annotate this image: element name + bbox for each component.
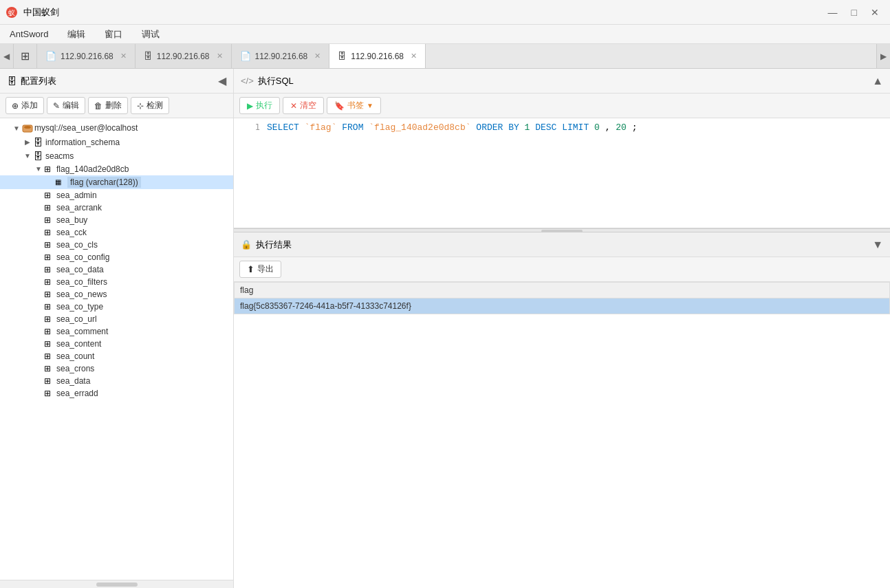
tree-sea-erradd-icon: ⊞ xyxy=(44,389,56,398)
tree-flag-col[interactable]: ▦ flag (varchar(128)) xyxy=(0,175,233,189)
results-lock-icon: 🔒 xyxy=(241,239,252,250)
edit-label: 编辑 xyxy=(63,100,79,111)
tab-close-file2[interactable]: ✕ xyxy=(314,52,321,61)
tab-nav-left[interactable]: ◀ xyxy=(0,44,14,68)
tree-sea-comment[interactable]: ⊞ sea_comment xyxy=(0,325,233,338)
tree-sea-arcrank-label: sea_arcrank xyxy=(56,203,102,213)
tree-sea-crons[interactable]: ⊞ sea_crons xyxy=(0,362,233,375)
tree-sea-cck-label: sea_cck xyxy=(56,228,87,237)
tree-flag-table[interactable]: ▼ ⊞ flag_140ad2e0d8cb xyxy=(0,163,233,175)
bookmark-button[interactable]: 🔖 书签 ▼ xyxy=(327,97,381,114)
db-icon-2: 🗄 xyxy=(338,51,347,61)
tree-sea-co-news-icon: ⊞ xyxy=(44,290,56,299)
tree-sea-co-news[interactable]: ⊞ sea_co_news xyxy=(0,288,233,301)
tree-flag-toggle[interactable]: ▼ xyxy=(33,165,44,173)
tree-sea-co-type[interactable]: ⊞ sea_co_type xyxy=(0,301,233,313)
tabbar: ◀ ⊞ 📄 112.90.216.68 ✕ 🗄 112.90.216.68 ✕ … xyxy=(0,44,890,69)
tree-sea-content[interactable]: ⊞ sea_content xyxy=(0,338,233,350)
tree-info-schema[interactable]: ▶ 🗄 information_schema xyxy=(0,135,233,149)
tree-sea-co-config-label: sea_co_config xyxy=(56,252,109,262)
detect-icon: ⊹ xyxy=(137,101,144,111)
tab-close-file1[interactable]: ✕ xyxy=(120,52,127,61)
results-header: 🔒 执行结果 ▼ xyxy=(234,232,890,257)
tree-sea-co-cls[interactable]: ⊞ sea_co_cls xyxy=(0,239,233,251)
db-list-icon: 🗄 xyxy=(7,76,17,87)
edit-button[interactable]: ✎ 编辑 xyxy=(47,97,85,114)
exec-icon: ▶ xyxy=(247,101,253,111)
collapse-sql-button[interactable]: ▲ xyxy=(872,75,883,87)
table-row[interactable]: flag{5c835367-7246-441a-b5f7-41333c74126… xyxy=(235,298,890,314)
line-number-1: 1 xyxy=(239,122,260,132)
delete-icon: 🗑 xyxy=(94,101,102,111)
menu-edit[interactable]: 编辑 xyxy=(63,27,89,42)
exec-button[interactable]: ▶ 执行 xyxy=(239,97,280,114)
tree-sea-buy-icon: ⊞ xyxy=(44,215,56,225)
left-scrollbar[interactable] xyxy=(0,580,233,588)
tree-seacms[interactable]: ▼ 🗄 seacms xyxy=(0,149,233,163)
collapse-left-button[interactable]: ◀ xyxy=(218,74,226,87)
tree-info-toggle[interactable]: ▶ xyxy=(22,138,33,146)
tab-file1[interactable]: 📄 112.90.216.68 ✕ xyxy=(37,44,135,68)
results-toolbar: ⬆ 导出 xyxy=(234,257,890,282)
maximize-button[interactable]: □ xyxy=(851,7,857,18)
tree-sea-co-news-label: sea_co_news xyxy=(56,290,107,299)
tree-sea-cck-icon: ⊞ xyxy=(44,228,56,237)
tab-label-db1: 112.90.216.68 xyxy=(157,52,210,61)
tree-sea-admin-label: sea_admin xyxy=(56,190,97,200)
menu-debug[interactable]: 调试 xyxy=(138,27,164,42)
tab-close-db2[interactable]: ✕ xyxy=(411,52,417,61)
db-icon-1: 🗄 xyxy=(144,51,153,61)
tree-sea-co-url[interactable]: ⊞ sea_co_url xyxy=(0,313,233,325)
minimize-button[interactable]: — xyxy=(828,7,838,18)
tree-flag-col-icon: ▦ xyxy=(55,178,67,186)
data-table: flag flag{5c835367-7246-441a-b5f7-41333c… xyxy=(234,282,890,314)
tree-root-icon xyxy=(22,122,34,134)
tab-grid[interactable]: ⊞ xyxy=(14,44,37,68)
results-table: flag flag{5c835367-7246-441a-b5f7-41333c… xyxy=(234,282,890,588)
tab-nav-right[interactable]: ▶ xyxy=(876,44,890,68)
close-button[interactable]: ✕ xyxy=(871,7,879,18)
tree-sea-co-type-icon: ⊞ xyxy=(44,302,56,312)
tree-sea-co-config[interactable]: ⊞ sea_co_config xyxy=(0,251,233,263)
config-list-title: 🗄 配置列表 xyxy=(7,75,56,87)
tree-sea-data-label: sea_data xyxy=(56,376,90,386)
detect-button[interactable]: ⊹ 检测 xyxy=(131,97,169,114)
tab-db1[interactable]: 🗄 112.90.216.68 ✕ xyxy=(135,44,232,68)
tree-sea-data[interactable]: ⊞ sea_data xyxy=(0,375,233,387)
col-flag-header: flag xyxy=(235,283,890,298)
tree-root[interactable]: ▼ mysql://sea_user@localhost xyxy=(0,121,233,135)
tree-sea-co-filters-icon: ⊞ xyxy=(44,277,56,287)
tree-sea-buy[interactable]: ⊞ sea_buy xyxy=(0,214,233,226)
tree-sea-content-label: sea_content xyxy=(56,339,101,349)
clear-button[interactable]: ✕ 清空 xyxy=(283,97,324,114)
titlebar: 蚁 中国蚁剑 — □ ✕ xyxy=(0,0,890,25)
sql-editor[interactable]: 1 SELECT `flag` FROM `flag_140ad2e0d8cb`… xyxy=(234,118,890,228)
tab-close-db1[interactable]: ✕ xyxy=(217,52,223,61)
tree-sea-co-data[interactable]: ⊞ sea_co_data xyxy=(0,263,233,276)
tree-flag-table-icon: ⊞ xyxy=(44,164,56,174)
delete-button[interactable]: 🗑 删除 xyxy=(88,97,128,114)
tree-sea-cck[interactable]: ⊞ sea_cck xyxy=(0,226,233,239)
menu-window[interactable]: 窗口 xyxy=(100,27,127,42)
tree-root-toggle[interactable]: ▼ xyxy=(11,124,22,132)
menu-antsword[interactable]: AntSword xyxy=(6,28,52,41)
tree-sea-count[interactable]: ⊞ sea_count xyxy=(0,350,233,362)
tree-sea-crons-icon: ⊞ xyxy=(44,364,56,373)
tree-flag-col-label: flag (varchar(128)) xyxy=(67,177,141,188)
tree-seacms-toggle[interactable]: ▼ xyxy=(22,152,33,160)
tab-db2[interactable]: 🗄 112.90.216.68 ✕ xyxy=(329,44,426,68)
tree-sea-erradd[interactable]: ⊞ sea_erradd xyxy=(0,387,233,400)
detect-label: 检测 xyxy=(146,100,163,111)
tree-sea-admin[interactable]: ⊞ sea_admin xyxy=(0,189,233,202)
tree-sea-arcrank[interactable]: ⊞ sea_arcrank xyxy=(0,202,233,214)
tree-info-icon: 🗄 xyxy=(33,137,45,148)
exec-label: 执行 xyxy=(256,100,272,111)
export-button[interactable]: ⬆ 导出 xyxy=(239,261,281,278)
add-button[interactable]: ⊕ 添加 xyxy=(6,97,44,114)
collapse-results-button[interactable]: ▼ xyxy=(872,239,883,251)
tab-file2[interactable]: 📄 112.90.216.68 ✕ xyxy=(232,44,330,68)
results-title-label: 执行结果 xyxy=(256,239,292,251)
edit-icon: ✎ xyxy=(53,101,60,111)
tree-sea-co-filters[interactable]: ⊞ sea_co_filters xyxy=(0,276,233,288)
tab-label-file1: 112.90.216.68 xyxy=(61,52,113,61)
